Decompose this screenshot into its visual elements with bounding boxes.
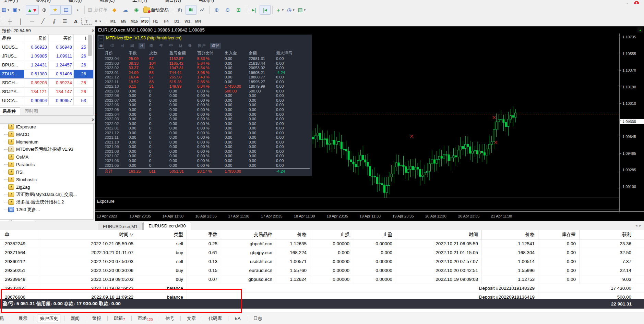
chart-tab[interactable]: EURUSD.ecn,M30 <box>143 222 191 230</box>
data-window-button[interactable]: ⊕ <box>39 5 50 15</box>
toolbar-handle[interactable] <box>105 17 106 25</box>
new-chart-button[interactable]: ▦▼ <box>0 5 11 15</box>
arrows-tool-button[interactable]: ✧▼ <box>92 16 103 26</box>
terminal-tab-3[interactable]: 新闻 <box>68 314 82 323</box>
new-order-button[interactable]: ⊞ 新订单 <box>86 5 109 15</box>
menu-item[interactable]: 插入(I) <box>69 0 82 3</box>
history-column-header[interactable]: 价格 <box>482 230 538 239</box>
history-row[interactable]: 293332652022.10.19 04:29:23balanceDeposi… <box>0 284 644 293</box>
timeframe-button-m15[interactable]: M15 <box>129 17 139 25</box>
menu-items[interactable]: 文件(F)显示(V)插入(I)图表(C)工具(T)窗口(W)帮助(H) <box>3 0 232 3</box>
strategy-tester-button[interactable]: ◔ <box>72 5 83 15</box>
market-watch-row-JRUS[interactable]: JRUS...1.098851.0991126 <box>0 52 93 61</box>
navigator-item[interactable]: f潘多拉·魔盒统计指标1.2 <box>0 198 93 206</box>
channel-tool-button[interactable]: ∥ <box>48 16 59 26</box>
stats-menu-item[interactable]: 季 <box>148 43 155 49</box>
timeframe-button-w1[interactable]: W1 <box>182 17 192 25</box>
periods-button[interactable]: ◷▼ <box>286 5 297 15</box>
crosshair-tool-button[interactable]: ┼ <box>4 16 15 26</box>
menu-item[interactable]: 显示(V) <box>36 0 51 3</box>
history-column-header[interactable]: 手数 <box>187 230 221 239</box>
history-column-header[interactable]: 单 <box>2 230 41 239</box>
stats-menu-item[interactable]: 中 <box>168 43 175 49</box>
navigator-toggle-button[interactable]: ★ <box>50 5 61 15</box>
line-chart-mode-button[interactable] <box>196 5 207 15</box>
stats-menu-item[interactable]: 备 <box>187 43 193 49</box>
navigator-item[interactable]: fMTDriver盈亏统计指标 v1.93 <box>0 146 93 153</box>
navigator-item[interactable]: fMomentum <box>0 138 93 146</box>
terminal-tab-8[interactable]: 文章 <box>184 314 198 323</box>
history-column-header[interactable]: 类型 <box>137 230 187 239</box>
terminal-tab-5[interactable]: 邮箱7 <box>111 314 128 323</box>
menu-item[interactable]: 图表(C) <box>99 0 115 3</box>
fibonacci-tool-button[interactable]: ☰ <box>59 16 70 26</box>
terminal-tab-9[interactable]: 代码库 <box>206 314 224 323</box>
timeframe-button-m30[interactable]: M30 <box>140 17 150 25</box>
tile-windows-button[interactable]: ⊞ <box>233 5 244 15</box>
menu-item[interactable]: 文件(F) <box>3 0 18 3</box>
stats-menu-item[interactable]: 月 <box>139 43 145 49</box>
navigator-item[interactable]: fRSI <box>0 168 93 176</box>
close-icon[interactable]: ✕ <box>91 117 95 122</box>
market-watch-row-UDUS[interactable]: UDUS...0.669230.6694825 <box>0 43 93 52</box>
terminal-tab-11[interactable]: 日志 <box>251 314 265 323</box>
market-watch-tab[interactable]: 即时图 <box>20 107 43 115</box>
horizontal-line-tool-button[interactable]: ─ <box>26 16 37 26</box>
navigator-item[interactable]: fiExposure <box>0 123 93 130</box>
timeframe-button-h1[interactable]: H1 <box>151 17 160 25</box>
search-radar-button[interactable]: ◉ <box>131 5 142 15</box>
tab-scroll-left-icon[interactable]: ◂ <box>635 223 637 228</box>
navigator-item[interactable]: fZigZag <box>0 183 93 191</box>
text-tool-button[interactable]: A <box>70 16 81 26</box>
terminal-toggle-button[interactable]: ▤ <box>61 5 72 15</box>
history-row[interactable]: 293601122022.10.20 07:50:03sell0.13usdch… <box>0 257 644 266</box>
market-watch-row-UDCA[interactable]: UDCA...0.906040.9065753 <box>0 97 93 105</box>
profiles-button[interactable]: ▣▼ <box>11 5 22 15</box>
history-row[interactable]: 293822492022.10.21 05:59:05sell0.25gbpch… <box>0 239 644 248</box>
history-row[interactable]: 293502512022.10.20 00:30:06buy0.15euraud… <box>0 266 644 275</box>
stats-menu-item[interactable]: 日 <box>119 43 126 49</box>
history-column-header[interactable]: 获利 <box>580 230 635 239</box>
chart-scroll-indicator-icon[interactable]: ▲ <box>637 27 643 33</box>
toolbar-handle[interactable] <box>1 17 3 25</box>
market-watch-row-SDJPY[interactable]: SDJPY...134.121134.14726 <box>0 88 93 97</box>
candlestick-mode-button[interactable] <box>186 5 196 15</box>
market-watch-row-BPUS[interactable]: BPUS...1.244311.2445726 <box>0 61 93 70</box>
close-icon[interactable]: ✕ <box>91 28 95 33</box>
timeframe-button-m5[interactable]: M5 <box>119 17 129 25</box>
history-column-header[interactable]: 时间 <box>396 230 482 239</box>
stats-menu-item[interactable]: M <box>178 43 184 48</box>
vertical-line-tool-button[interactable]: │ <box>15 16 26 26</box>
history-row[interactable]: 293396492022.10.19 09:05:03buy0.07gbpusd… <box>0 275 644 284</box>
history-column-header[interactable]: 库存费 <box>538 230 580 239</box>
history-column-header[interactable]: 止盈 <box>353 230 396 239</box>
zoom-out-button[interactable]: ⊖ <box>222 5 233 15</box>
stats-menu-item[interactable]: 综 <box>109 43 116 49</box>
history-row[interactable]: 293715642022.10.21 01:11:07buy0.61gbpjpy… <box>0 248 644 257</box>
timeframe-button-h4[interactable]: H4 <box>161 17 171 25</box>
navigator-item[interactable]: fParabolic <box>0 161 93 168</box>
terminal-tab-10[interactable]: EA <box>232 314 243 322</box>
timeframe-button-mn[interactable]: MN <box>193 17 203 25</box>
autotrading-button[interactable]: 自动交易 <box>142 5 170 15</box>
market-watch-row-SDCH[interactable]: SDCH...0.892080.8923426 <box>0 79 93 88</box>
terminal-tab-2[interactable]: 账户历史 <box>38 314 60 323</box>
sticky-note-button[interactable]: ◆ <box>109 5 120 15</box>
navigator-item[interactable]: ◍1260 更多... <box>0 206 93 213</box>
market-watch-scrollbar[interactable] <box>88 35 92 56</box>
account-history-header[interactable]: 单时间 ▽类型手数交易品种价格止损止盈时间价格库存费获利 <box>0 230 644 239</box>
market-watch-row-ZDUS[interactable]: ZDUS...0.613800.6140626 <box>0 70 93 79</box>
history-column-header[interactable]: 价格 <box>276 230 310 239</box>
minimize-icon[interactable]: ─ <box>98 35 104 41</box>
zoom-in-button[interactable]: ⊕ <box>211 5 222 15</box>
stats-menu-item[interactable]: 路径 <box>210 43 221 49</box>
navigator-item[interactable]: fMACD <box>0 130 93 138</box>
stats-menu-item[interactable]: 年 <box>158 43 165 49</box>
community-button[interactable]: ☁ <box>120 5 131 15</box>
templates-button[interactable]: ▧▼ <box>297 5 308 15</box>
stats-settings-icon[interactable]: ▨ <box>98 43 104 49</box>
terminal-tab-7[interactable]: 信号 <box>163 314 177 323</box>
navigator-item[interactable]: f迈汇数据(MyfxData.cn)_交易... <box>0 191 93 198</box>
terminal-tab-4[interactable]: 警报 <box>90 314 104 323</box>
history-column-header[interactable]: 交易品种 <box>221 230 276 239</box>
